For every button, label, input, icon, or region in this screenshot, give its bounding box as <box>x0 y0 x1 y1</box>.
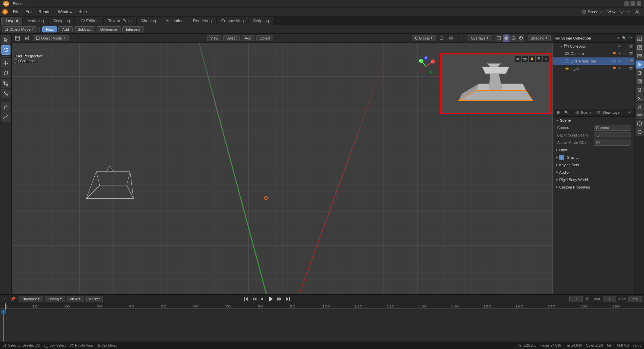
outliner-light[interactable]: Light 👁 ↕ 🎬 <box>553 65 635 72</box>
rigid-body-section[interactable]: Rigid Body World <box>553 176 635 183</box>
scene-selector[interactable]: Scene <box>588 10 598 14</box>
lr-expand-icon[interactable]: ⤢ <box>626 109 633 116</box>
lr-icon-1[interactable]: ⊞ <box>554 109 562 116</box>
active-movie-value[interactable] <box>594 140 630 146</box>
marker-menu[interactable]: Marker <box>85 296 103 302</box>
view-layer-selector[interactable]: View Layer <box>608 10 626 14</box>
object-dropdown[interactable]: Object <box>256 35 273 41</box>
tab-texture-paint[interactable]: Texture Paint <box>104 17 136 25</box>
measure-tool[interactable] <box>1 112 10 122</box>
shading-dropdown[interactable]: Shading ▼ <box>528 35 551 41</box>
drill-restrict-select[interactable]: ↕ <box>623 59 627 64</box>
camera-restrict-render[interactable]: 🎬 <box>628 51 633 56</box>
prop-output-icon[interactable] <box>636 44 644 52</box>
options-icon[interactable]: ⋮ <box>458 34 466 42</box>
prop-modifier-icon[interactable] <box>636 86 644 94</box>
audio-section[interactable]: Audio <box>553 169 635 176</box>
maximize-button[interactable]: □ <box>630 1 635 6</box>
close-button[interactable]: ✕ <box>637 1 641 6</box>
wireframe-shading-btn[interactable] <box>495 34 502 42</box>
viewport-type-icon[interactable] <box>14 34 21 42</box>
keying-menu[interactable]: Keying ▼ <box>45 296 66 302</box>
prop-render-icon[interactable] <box>636 35 644 43</box>
outliner-filter-icon[interactable]: ⚙ <box>615 35 620 41</box>
add-button[interactable]: Add <box>58 26 73 32</box>
tab-animation[interactable]: Animation <box>161 17 188 25</box>
transform-tool[interactable] <box>1 89 10 98</box>
scene-close-icon[interactable]: ✕ <box>600 10 602 14</box>
annotate-tool[interactable] <box>1 102 10 111</box>
menu-file[interactable]: File <box>10 9 22 15</box>
menu-help[interactable]: Help <box>76 9 90 15</box>
cursor-tool[interactable] <box>1 35 10 45</box>
prop-physics-icon[interactable] <box>636 103 644 111</box>
start-frame-field[interactable]: 1 <box>603 296 616 302</box>
preview-camera-icon[interactable]: 📷 <box>522 56 528 62</box>
mode-dropdown[interactable]: Object Mode ▼ <box>33 35 69 41</box>
prop-object-icon[interactable] <box>636 77 644 85</box>
preview-grid-icon[interactable]: ⊞ <box>515 56 521 62</box>
collection-restrict-select[interactable]: ↕ <box>623 44 627 49</box>
prop-constraints-icon[interactable] <box>636 111 644 119</box>
menu-render[interactable]: Render <box>36 9 54 15</box>
tab-layout[interactable]: Layout <box>1 17 22 25</box>
add-workspace-button[interactable]: + <box>274 17 282 25</box>
tab-shading[interactable]: Shading <box>137 17 160 25</box>
3d-viewport[interactable]: Object Mode ▼ View Select Add Object <box>12 34 553 294</box>
tab-sculpting[interactable]: Sculpting <box>49 17 74 25</box>
select-dropdown[interactable]: Select <box>223 35 240 41</box>
prev-frame-button[interactable] <box>251 296 257 302</box>
solid-shading-btn[interactable] <box>503 34 510 42</box>
viewport-axis-gizmo[interactable]: X Y Z <box>414 55 438 78</box>
view-menu[interactable]: View ▼ <box>67 296 84 302</box>
subtract-button[interactable]: Subtract <box>74 26 95 32</box>
drill-restrict-render[interactable]: 🎬 <box>628 59 633 64</box>
gravity-section[interactable]: ✓ Gravity <box>553 154 635 161</box>
reverse-play-button[interactable] <box>259 296 266 302</box>
timeline-type-icon[interactable]: ⏱ <box>2 296 9 302</box>
outliner-options-icon[interactable] <box>628 35 633 40</box>
prop-data-icon[interactable] <box>636 120 644 128</box>
prop-scene-icon[interactable] <box>636 60 644 69</box>
light-restrict-viewport[interactable]: 👁 <box>617 66 622 71</box>
preview-close-icon[interactable]: ✕ <box>543 56 549 62</box>
rendered-shading-btn[interactable] <box>518 34 524 42</box>
move-tool[interactable] <box>1 58 10 68</box>
collection-restrict-viewport[interactable]: 👁 <box>617 44 622 49</box>
bg-scene-value[interactable] <box>594 132 630 138</box>
rotate-tool[interactable] <box>1 69 10 78</box>
drill-restrict-viewport[interactable]: 👁 <box>617 59 622 64</box>
camera-restrict-viewport[interactable]: 👁 <box>617 51 622 56</box>
scene-tab-label[interactable]: Scene <box>581 110 592 115</box>
timeline-pin-icon[interactable]: 📌 <box>10 296 16 302</box>
tab-scripting[interactable]: Scripting <box>249 17 273 25</box>
keying-sets-section[interactable]: Keying Sets <box>553 161 635 169</box>
minimize-button[interactable]: — <box>624 1 629 6</box>
menu-window[interactable]: Window <box>55 9 75 15</box>
add-dropdown[interactable]: Add <box>242 35 254 41</box>
camera-restrict-select[interactable]: ↕ <box>623 51 627 56</box>
light-restrict-select[interactable]: ↕ <box>623 66 627 71</box>
tab-rendering[interactable]: Rendering <box>189 17 216 25</box>
viewport-camera-icon[interactable] <box>23 34 31 42</box>
proportional-icon[interactable] <box>447 34 455 42</box>
prop-view-layer-icon[interactable] <box>636 52 644 60</box>
jump-start-button[interactable] <box>243 296 249 302</box>
custom-props-section[interactable]: Custom Properties <box>553 183 635 191</box>
scale-tool[interactable] <box>1 79 10 88</box>
units-section[interactable]: Units <box>553 146 635 154</box>
outliner-search-icon[interactable]: 🔍 <box>621 35 627 41</box>
preview-zoom-icon[interactable]: 🔍 <box>536 56 542 62</box>
tab-uv-editing[interactable]: UV Editing <box>75 17 103 25</box>
light-restrict-render[interactable]: 🎬 <box>628 66 633 71</box>
titlebar-controls[interactable]: — □ ✕ <box>624 1 641 6</box>
mode-select-btn[interactable]: Object Mode ▼ <box>2 26 36 32</box>
intersect-button[interactable]: Intersect <box>122 26 144 32</box>
camera-props-value[interactable]: Camera <box>594 125 630 131</box>
difference-button[interactable]: Difference <box>97 26 121 32</box>
tab-compositing[interactable]: Compositing <box>217 17 248 25</box>
scene-section-header[interactable]: Scene <box>553 117 635 124</box>
timeline-body[interactable]: 1 <box>0 310 644 342</box>
tab-modeling[interactable]: Modeling <box>23 17 48 25</box>
transform-space-btn[interactable]: Global ▼ <box>412 35 436 41</box>
